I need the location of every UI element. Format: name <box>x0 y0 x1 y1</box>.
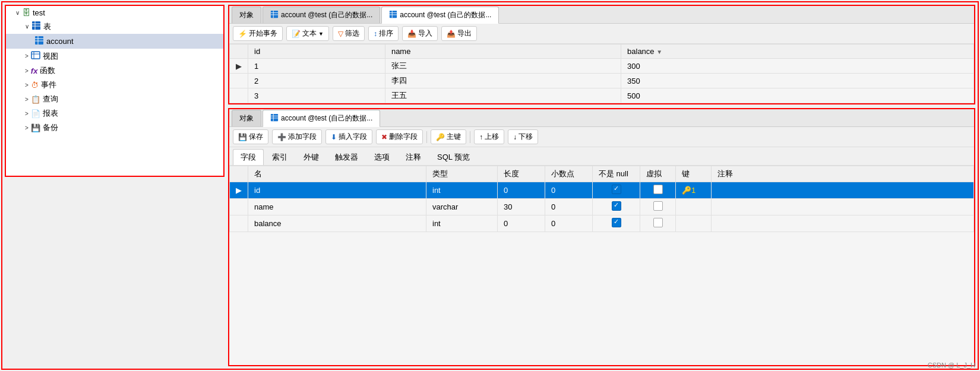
fields-row-balance[interactable]: balance int 0 0 <box>230 215 974 232</box>
fields-virtual-id <box>640 182 676 199</box>
tree-item-views[interactable]: > 视图 <box>6 49 223 64</box>
sub-tab-options[interactable]: 选项 <box>366 149 397 165</box>
fields-row-id[interactable]: ▶ id int 0 0 🔑1 <box>230 182 974 199</box>
sub-tab-foreign-keys[interactable]: 外键 <box>296 149 327 165</box>
key-icon: 🔑 <box>436 133 445 141</box>
filter-button[interactable]: ▽ 筛选 <box>333 26 365 41</box>
query-icon: 📋 <box>31 95 40 104</box>
col-name-header[interactable]: name <box>385 45 621 59</box>
cell-balance-3: 500 <box>621 88 974 103</box>
tab-account-data1-label: account @test (自己的数据... <box>281 10 372 20</box>
checkbox-unchecked-virtual-balance <box>653 218 663 227</box>
watermark: CSDN @ L_J_H <box>928 362 975 369</box>
up-arrow-icon: ↑ <box>479 133 483 141</box>
col-id-header[interactable]: id <box>248 45 385 59</box>
fields-key-name <box>676 199 712 215</box>
col-pointer-header <box>230 45 248 59</box>
fields-col-virtual[interactable]: 虚拟 <box>640 166 676 182</box>
export-button[interactable]: 📤 导出 <box>441 26 477 41</box>
fields-row-name[interactable]: name varchar 30 0 <box>230 199 974 215</box>
add-field-button[interactable]: ➕ 添加字段 <box>272 129 322 144</box>
sort-button[interactable]: ↕ 排序 <box>368 26 399 41</box>
table-row[interactable]: 2 李四 350 <box>230 74 974 88</box>
begin-tx-button[interactable]: ⚡ 开始事务 <box>233 26 283 41</box>
table-row[interactable]: 3 王五 500 <box>230 88 974 103</box>
table-row[interactable]: ▶ 1 张三 300 <box>230 59 974 74</box>
primary-key-label: 主键 <box>447 132 461 142</box>
row-pointer-2 <box>230 74 248 88</box>
export-label: 导出 <box>457 28 472 39</box>
insert-field-label: 插入字段 <box>339 132 367 142</box>
delete-field-icon: ✖ <box>381 133 387 141</box>
sub-tab-indexes-label: 索引 <box>272 153 287 161</box>
fields-notnull-balance <box>593 215 640 232</box>
cell-name-1: 张三 <box>385 59 621 74</box>
save-icon: 💾 <box>238 133 247 141</box>
import-button[interactable]: 📥 导入 <box>402 26 438 41</box>
tree-label-tables: 表 <box>43 21 51 32</box>
fields-comment-name <box>712 199 974 215</box>
tree-item-reports[interactable]: > 📄 报表 <box>6 106 223 121</box>
fields-type-name: varchar <box>426 199 498 215</box>
fields-col-length[interactable]: 长度 <box>498 166 545 182</box>
fields-type-balance: int <box>426 215 498 232</box>
chevron-test: ∨ <box>15 9 20 16</box>
delete-field-button[interactable]: ✖ 删除字段 <box>376 129 423 144</box>
sub-tab-triggers[interactable]: 触发器 <box>327 149 366 165</box>
tree-item-test[interactable]: ∨ 🗄 test <box>6 6 223 19</box>
tab-account-data1[interactable]: account @test (自己的数据... <box>263 7 380 23</box>
filter-label: 筛选 <box>345 28 359 39</box>
fields-length-balance: 0 <box>498 215 545 232</box>
chevron-tables: ∨ <box>25 23 29 30</box>
tree-item-tables[interactable]: ∨ 表 <box>6 19 223 34</box>
move-up-button[interactable]: ↑ 上移 <box>474 129 504 144</box>
checkbox-checked-name <box>612 201 621 211</box>
tree-item-queries[interactable]: > 📋 查询 <box>6 92 223 106</box>
tab-obj-top[interactable]: 对象 <box>232 7 261 23</box>
fields-decimal-balance: 0 <box>545 215 593 232</box>
fields-table: 名 类型 长度 小数点 不是 null 虚拟 键 注释 <box>229 166 974 232</box>
sub-tab-foreign-keys-label: 外键 <box>304 153 319 161</box>
move-down-button[interactable]: ↓ 下移 <box>508 129 538 144</box>
checkbox-unchecked-virtual-name <box>653 201 663 211</box>
tree-item-account[interactable]: account <box>6 34 223 49</box>
sub-tab-indexes[interactable]: 索引 <box>264 149 295 165</box>
bottom-toolbar: 💾 保存 ➕ 添加字段 ⬇ 插入字段 ✖ 删除字段 🔑 <box>229 127 974 147</box>
chevron-functions: > <box>25 68 29 74</box>
fields-col-key[interactable]: 键 <box>676 166 712 182</box>
tab-account-design[interactable]: account @test (自己的数据... <box>263 110 380 127</box>
tree-label-test: test <box>33 8 45 17</box>
tab-account-data2-label: account @test (自己的数据... <box>400 10 491 20</box>
fields-name-id: id <box>248 182 426 199</box>
chevron-queries: > <box>25 96 29 103</box>
tab-obj-bottom[interactable]: 对象 <box>232 110 261 126</box>
fields-col-type[interactable]: 类型 <box>426 166 498 182</box>
col-balance-header[interactable]: balance ▼ <box>621 45 974 59</box>
fields-col-comment[interactable]: 注释 <box>712 166 974 182</box>
sub-tab-fields[interactable]: 字段 <box>233 149 264 165</box>
insert-field-button[interactable]: ⬇ 插入字段 <box>325 129 372 144</box>
fields-col-notnull[interactable]: 不是 null <box>593 166 640 182</box>
checkbox-checked-balance <box>612 218 621 227</box>
tab-account-data2[interactable]: account @test (自己的数据... <box>381 7 499 24</box>
chevron-reports: > <box>25 110 29 117</box>
sub-tab-options-label: 选项 <box>374 153 390 161</box>
fields-col-decimal[interactable]: 小数点 <box>545 166 593 182</box>
sub-tab-sql-preview[interactable]: SQL 预览 <box>429 149 478 165</box>
sub-tab-comments[interactable]: 注释 <box>398 149 429 165</box>
chevron-views: > <box>25 53 29 59</box>
fields-col-name[interactable]: 名 <box>248 166 426 182</box>
primary-key-button[interactable]: 🔑 主键 <box>431 129 466 144</box>
tree-item-backups[interactable]: > 💾 备份 <box>6 121 223 135</box>
tree-item-functions[interactable]: > fx 函数 <box>6 64 223 78</box>
tab-obj-bottom-label: 对象 <box>239 113 254 123</box>
fields-table-container: 名 类型 长度 小数点 不是 null 虚拟 键 注释 <box>229 166 974 365</box>
cell-id-2: 2 <box>248 74 385 88</box>
export-icon: 📤 <box>447 30 456 38</box>
filter-icon: ▽ <box>338 30 343 38</box>
tree-item-events[interactable]: > ⏱ 事件 <box>6 78 223 92</box>
function-icon: fx <box>31 66 38 75</box>
text-button[interactable]: 📝 文本 ▼ <box>286 26 329 41</box>
tree-label-views: 视图 <box>43 51 58 62</box>
save-button[interactable]: 💾 保存 <box>233 129 268 144</box>
